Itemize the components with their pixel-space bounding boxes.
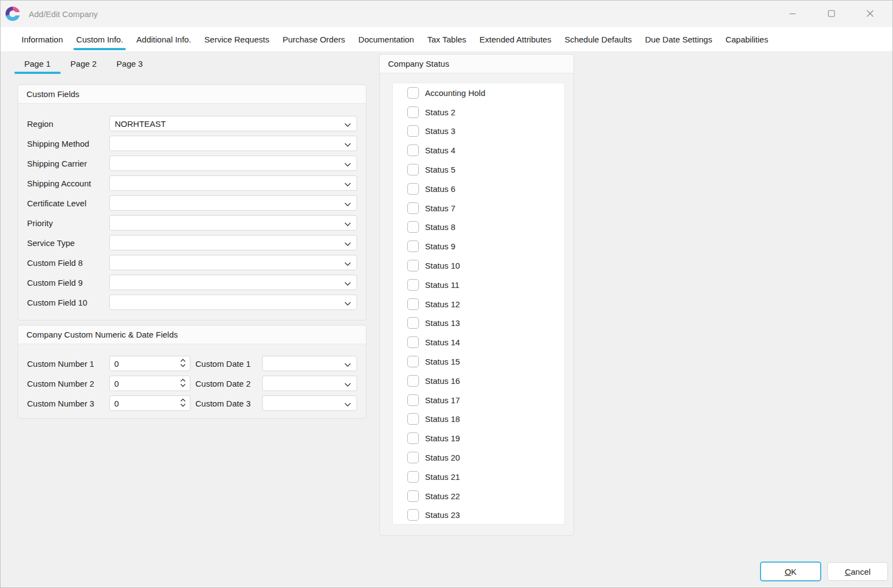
chevron-down-icon — [344, 199, 351, 208]
custom-field-row: Shipping Method — [18, 136, 366, 151]
status-row-accounting-hold[interactable]: Accounting Hold — [393, 83, 564, 103]
status-row-status-21[interactable]: Status 21 — [393, 467, 564, 487]
status-row-status-9[interactable]: Status 9 — [393, 237, 564, 256]
status-checkbox[interactable] — [407, 317, 419, 329]
date-dropdown-custom-date-1[interactable] — [262, 356, 357, 371]
page-tab-page-1[interactable]: Page 1 — [14, 56, 61, 71]
status-label: Status 20 — [425, 453, 460, 462]
status-row-status-5[interactable]: Status 5 — [393, 160, 564, 179]
status-row-status-10[interactable]: Status 10 — [393, 256, 564, 275]
status-checkbox[interactable] — [407, 125, 419, 137]
status-row-status-17[interactable]: Status 17 — [393, 391, 564, 410]
page-tab-page-2[interactable]: Page 2 — [61, 56, 107, 71]
status-checkbox[interactable] — [407, 145, 419, 156]
status-checkbox[interactable] — [407, 279, 419, 291]
field-dropdown-shipping-method[interactable] — [109, 136, 357, 151]
status-row-status-16[interactable]: Status 16 — [393, 371, 564, 391]
status-row-status-4[interactable]: Status 4 — [393, 141, 564, 160]
page-tab-page-3[interactable]: Page 3 — [107, 56, 153, 71]
status-checkbox[interactable] — [407, 221, 419, 233]
status-checkbox[interactable] — [407, 432, 419, 444]
status-checkbox[interactable] — [407, 452, 419, 463]
status-row-status-11[interactable]: Status 11 — [393, 275, 564, 295]
status-checkbox[interactable] — [407, 394, 419, 406]
field-dropdown-shipping-carrier[interactable] — [109, 156, 357, 171]
date-label: Custom Date 2 — [195, 379, 262, 388]
status-checkbox[interactable] — [407, 240, 419, 252]
field-dropdown-custom-field-8[interactable] — [109, 255, 357, 270]
status-checkbox[interactable] — [407, 260, 419, 271]
status-row-status-19[interactable]: Status 19 — [393, 429, 564, 448]
numeric-date-row: Custom Number 2 0 Custom Date 2 — [18, 376, 366, 391]
number-input-custom-number-3[interactable]: 0 — [109, 395, 190, 411]
tab-custom-info[interactable]: Custom Info. — [70, 27, 130, 51]
status-checkbox[interactable] — [407, 490, 419, 502]
status-row-status-13[interactable]: Status 13 — [393, 314, 564, 333]
spinner-icon[interactable] — [180, 378, 186, 389]
custom-field-row: Certificate Level — [18, 195, 366, 211]
status-checkbox[interactable] — [407, 471, 419, 483]
close-button[interactable] — [851, 1, 889, 27]
status-checkbox[interactable] — [407, 509, 419, 521]
status-label: Status 2 — [425, 108, 455, 117]
numeric-date-panel-title: Company Custom Numeric & Date Fields — [18, 325, 366, 344]
status-checkbox[interactable] — [407, 413, 419, 425]
tab-additional-info[interactable]: Additional Info. — [130, 27, 198, 51]
maximize-button[interactable] — [812, 1, 851, 27]
tab-purchase-orders[interactable]: Purchase Orders — [276, 27, 352, 51]
minimize-button[interactable] — [773, 1, 812, 27]
number-input-custom-number-1[interactable]: 0 — [109, 356, 190, 371]
tab-capabilities[interactable]: Capabilities — [719, 27, 775, 51]
status-checkbox[interactable] — [407, 356, 419, 367]
status-row-status-22[interactable]: Status 22 — [393, 487, 564, 506]
status-checkbox[interactable] — [407, 336, 419, 348]
status-row-status-15[interactable]: Status 15 — [393, 352, 564, 371]
status-row-status-6[interactable]: Status 6 — [393, 179, 564, 199]
custom-info-content: Page 1 Page 2 Page 3 Custom Fields Regio… — [1, 51, 892, 587]
number-input-custom-number-2[interactable]: 0 — [109, 376, 190, 391]
status-checkbox[interactable] — [407, 298, 419, 310]
tab-tax-tables[interactable]: Tax Tables — [421, 27, 473, 51]
date-dropdown-custom-date-3[interactable] — [262, 395, 357, 411]
field-dropdown-region[interactable]: NORHTEAST — [109, 116, 357, 131]
status-row-status-3[interactable]: Status 3 — [393, 122, 564, 141]
tab-due-date-settings[interactable]: Due Date Settings — [639, 27, 719, 51]
caption-buttons — [773, 1, 889, 27]
status-row-status-18[interactable]: Status 18 — [393, 410, 564, 429]
field-label: Certificate Level — [27, 199, 109, 208]
date-dropdown-custom-date-2[interactable] — [262, 376, 357, 391]
field-dropdown-priority[interactable] — [109, 215, 357, 231]
field-label: Custom Field 10 — [27, 298, 109, 307]
tab-information[interactable]: Information — [15, 27, 70, 51]
tab-schedule-defaults[interactable]: Schedule Defaults — [558, 27, 639, 51]
field-dropdown-custom-field-9[interactable] — [109, 275, 357, 290]
status-checkbox[interactable] — [407, 183, 419, 195]
status-checkbox[interactable] — [407, 202, 419, 214]
status-checkbox[interactable] — [407, 87, 419, 99]
ok-button[interactable]: OK — [760, 562, 821, 581]
status-row-status-8[interactable]: Status 8 — [393, 218, 564, 237]
spinner-icon[interactable] — [180, 358, 186, 370]
status-row-status-23[interactable]: Status 23 — [393, 506, 564, 525]
field-dropdown-certificate-level[interactable] — [109, 195, 357, 211]
status-checkbox[interactable] — [407, 164, 419, 175]
field-dropdown-shipping-account[interactable] — [109, 175, 357, 191]
status-label: Status 13 — [425, 318, 460, 328]
status-row-status-20[interactable]: Status 20 — [393, 448, 564, 467]
status-checkbox[interactable] — [407, 375, 419, 387]
status-checkbox[interactable] — [407, 106, 419, 118]
status-row-status-12[interactable]: Status 12 — [393, 295, 564, 314]
status-label: Status 19 — [425, 434, 460, 443]
tab-service-requests[interactable]: Service Requests — [198, 27, 276, 51]
tab-documentation[interactable]: Documentation — [352, 27, 421, 51]
spinner-icon[interactable] — [180, 398, 186, 409]
status-row-status-14[interactable]: Status 14 — [393, 333, 564, 352]
field-dropdown-custom-field-10[interactable] — [109, 295, 357, 310]
field-dropdown-service-type[interactable] — [109, 235, 357, 250]
cancel-button[interactable]: Cancel — [827, 562, 888, 581]
status-row-status-7[interactable]: Status 7 — [393, 199, 564, 218]
status-row-status-2[interactable]: Status 2 — [393, 103, 564, 122]
chevron-down-icon — [344, 359, 351, 368]
tab-extended-attributes[interactable]: Extended Attributes — [473, 27, 558, 51]
company-status-list: Accounting Hold Status 2 Status 3 Status… — [392, 83, 565, 525]
